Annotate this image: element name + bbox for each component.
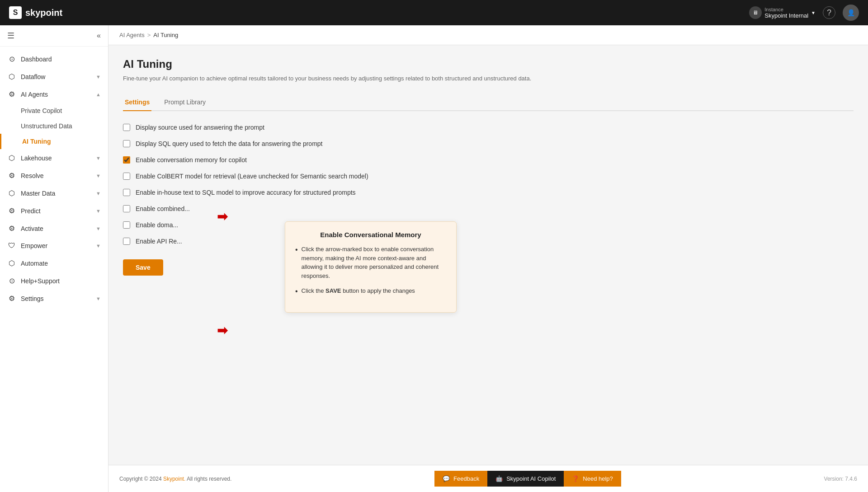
instance-text: Instance Skypoint Internal	[764, 7, 808, 19]
tooltip-save-bold: SAVE	[326, 287, 341, 294]
checkbox-enable-memory-input[interactable]	[123, 156, 130, 164]
checkbox-label: Display SQL query used to fetch the data…	[136, 140, 323, 147]
copilot-button[interactable]: 🤖 Skypoint AI Copilot	[487, 471, 564, 487]
checkbox-display-source-input[interactable]	[123, 124, 130, 131]
dashboard-icon: ⊙	[7, 55, 16, 63]
help-icon: ⊙	[7, 276, 16, 285]
sidebar-sub-item-unstructured-data[interactable]: Unstructured Data	[0, 118, 108, 134]
feedback-button[interactable]: 💬 Feedback	[434, 471, 487, 487]
tab-settings[interactable]: Settings	[123, 94, 151, 110]
logo-name: skypoint	[25, 8, 62, 18]
sidebar-item-master-data[interactable]: ⬡ Master Data ▼	[0, 184, 108, 202]
logo-icon: S	[9, 6, 22, 19]
topbar-left: S skypoint	[9, 6, 62, 19]
sidebar-item-label: Settings	[21, 295, 91, 302]
layout: ☰ « ⊙ Dashboard ⬡ Dataflow ▼ ⚙ AI Agents…	[0, 25, 868, 492]
checkbox-enable-combined-input[interactable]	[123, 205, 130, 212]
sidebar-item-label: Activate	[21, 225, 91, 232]
sidebar-item-label: Dashboard	[21, 56, 101, 63]
tab-prompt-library[interactable]: Prompt Library	[162, 94, 208, 110]
sidebar-item-dashboard[interactable]: ⊙ Dashboard	[0, 50, 108, 68]
checkbox-enable-sql-model-input[interactable]	[123, 189, 130, 196]
breadcrumb: AI Agents > AI Tuning	[108, 25, 868, 45]
checkbox-group: Display source used for answering the pr…	[123, 124, 854, 245]
checkbox-enable-domain[interactable]: Enable doma...	[123, 221, 854, 229]
sidebar: ☰ « ⊙ Dashboard ⬡ Dataflow ▼ ⚙ AI Agents…	[0, 25, 108, 492]
feedback-icon: 💬	[443, 475, 450, 482]
checkbox-enable-colbert[interactable]: Enable ColBERT model for retrieval (Leav…	[123, 173, 854, 180]
tooltip-item-2: Click the SAVE button to apply the chang…	[295, 286, 446, 297]
tooltip-box: Enable Conversational Memory Click the a…	[285, 221, 457, 313]
checkbox-enable-colbert-input[interactable]	[123, 173, 130, 180]
automate-icon: ⬡	[7, 259, 16, 267]
sidebar-sub-item-private-copilot[interactable]: Private Copilot	[0, 103, 108, 118]
sidebar-item-ai-agents[interactable]: ⚙ AI Agents ▲	[0, 85, 108, 103]
sidebar-item-help[interactable]: ⊙ Help+Support	[0, 272, 108, 290]
checkbox-enable-combined[interactable]: Enable combined...	[123, 205, 854, 212]
sidebar-item-settings[interactable]: ⚙ Settings ▼	[0, 290, 108, 307]
breadcrumb-current: AI Tuning	[153, 32, 178, 38]
checkbox-enable-api-input[interactable]	[123, 238, 130, 245]
chevron-icon: ▼	[96, 243, 101, 248]
sidebar-item-empower[interactable]: 🛡 Empower ▼	[0, 237, 108, 254]
sidebar-item-predict[interactable]: ⚙ Predict ▼	[0, 202, 108, 220]
sidebar-item-dataflow[interactable]: ⬡ Dataflow ▼	[0, 68, 108, 85]
checkbox-enable-memory[interactable]: Enable conversation memory for copilot	[123, 156, 854, 164]
sidebar-nav: ⊙ Dashboard ⬡ Dataflow ▼ ⚙ AI Agents ▲ P…	[0, 47, 108, 492]
collapse-sidebar-button[interactable]: «	[97, 32, 101, 40]
rights-text: All rights reserved.	[187, 476, 231, 482]
chevron-icon: ▼	[96, 74, 101, 80]
sidebar-sub-item-ai-tuning[interactable]: AI Tuning	[0, 134, 108, 149]
sidebar-item-activate[interactable]: ⚙ Activate ▼	[0, 220, 108, 237]
empower-icon: 🛡	[7, 242, 16, 250]
avatar[interactable]: 👤	[843, 5, 859, 21]
checkbox-display-sql-input[interactable]	[123, 140, 130, 147]
checkbox-enable-api[interactable]: Enable API Re...	[123, 238, 854, 245]
tooltip-title: Enable Conversational Memory	[295, 231, 446, 239]
checkbox-enable-sql-model[interactable]: Enable in-house text to SQL model to imp…	[123, 189, 854, 196]
resolve-icon: ⚙	[7, 171, 16, 180]
sidebar-item-resolve[interactable]: ⚙ Resolve ▼	[0, 167, 108, 184]
checkbox-display-source[interactable]: Display source used for answering the pr…	[123, 124, 854, 131]
content-area: AI Tuning Fine-tune your AI companion to…	[108, 45, 868, 465]
copyright-text: Copyright © 2024 Skypoint. All rights re…	[119, 476, 231, 482]
bottom-right-buttons: 💬 Feedback 🤖 Skypoint AI Copilot ❓ Need …	[434, 471, 621, 487]
topbar-right: 🖥 Instance Skypoint Internal ▼ ? 👤	[749, 5, 859, 21]
chevron-icon: ▲	[96, 92, 101, 97]
hamburger-icon[interactable]: ☰	[7, 31, 14, 41]
copilot-label: Skypoint AI Copilot	[506, 475, 556, 482]
sidebar-item-automate[interactable]: ⬡ Automate	[0, 254, 108, 272]
instance-selector[interactable]: 🖥 Instance Skypoint Internal ▼	[749, 6, 816, 19]
help-button[interactable]: ?	[823, 6, 835, 19]
page-description: Fine-tune your AI companion to achieve o…	[123, 74, 854, 83]
checkbox-enable-domain-input[interactable]	[123, 221, 130, 229]
chevron-icon: ▼	[96, 191, 101, 196]
sidebar-item-label: Empower	[21, 242, 91, 249]
checkbox-display-sql[interactable]: Display SQL query used to fetch the data…	[123, 140, 854, 147]
breadcrumb-separator: >	[147, 32, 151, 38]
company-link[interactable]: Skypoint.	[163, 476, 185, 482]
sidebar-item-label: Lakehouse	[21, 155, 91, 162]
save-button[interactable]: Save	[123, 259, 163, 276]
instance-label: Instance	[764, 7, 808, 12]
arrow-indicator-save: ➡	[217, 323, 227, 338]
app-logo: S skypoint	[9, 6, 62, 19]
chevron-icon: ▼	[96, 173, 101, 178]
breadcrumb-parent[interactable]: AI Agents	[119, 32, 145, 38]
tabs: Settings Prompt Library	[123, 94, 854, 111]
ai-agents-icon: ⚙	[7, 90, 16, 98]
instance-name: Skypoint Internal	[764, 12, 808, 19]
sidebar-item-label: Resolve	[21, 172, 91, 179]
sidebar-item-lakehouse[interactable]: ⬡ Lakehouse ▼	[0, 149, 108, 167]
sidebar-item-label: Master Data	[21, 190, 91, 197]
checkbox-label: Enable in-house text to SQL model to imp…	[136, 189, 356, 196]
sidebar-top: ☰ «	[0, 25, 108, 47]
version-text: Version: 7.4.6	[824, 476, 857, 482]
instance-chevron-icon: ▼	[811, 10, 816, 15]
checkbox-label: Display source used for answering the pr…	[136, 124, 264, 131]
feedback-label: Feedback	[453, 475, 479, 482]
need-help-button[interactable]: ❓ Need help?	[564, 471, 621, 487]
checkbox-label: Enable ColBERT model for retrieval (Leav…	[136, 173, 368, 180]
sidebar-item-label: Dataflow	[21, 73, 91, 80]
page-title: AI Tuning	[123, 58, 854, 70]
